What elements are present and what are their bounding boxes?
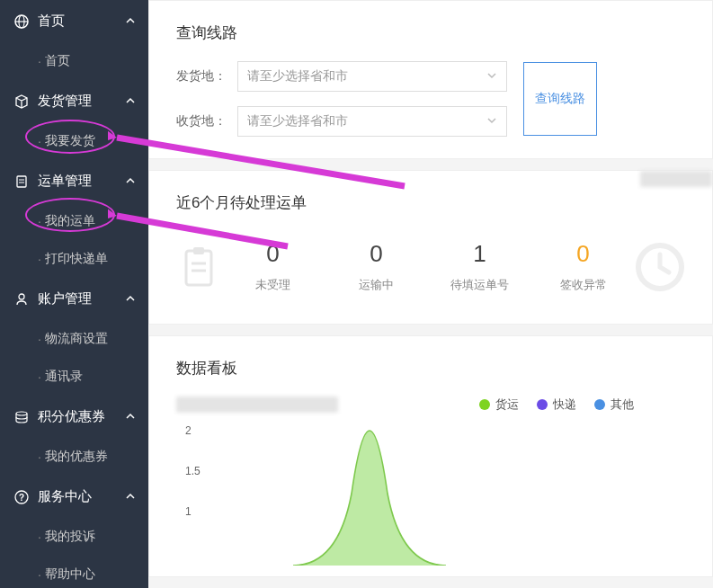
dashboard-title: 数据看板: [176, 358, 685, 379]
main-content: 查询线路 发货地： 请至少选择省和市 收货地： 请至少选择省和市: [148, 0, 713, 588]
stat-value: 0: [531, 240, 635, 268]
globe-icon: [14, 14, 29, 29]
pending-panel: 近6个月待处理运单 0 未受理 0 运输中 1 待填运单号 0 签收异常: [148, 170, 713, 325]
legend-express[interactable]: 快递: [537, 396, 576, 413]
menu-header-coupon[interactable]: 积分优惠券: [0, 396, 148, 438]
chart-body: 2 1.5 1: [212, 422, 685, 566]
legend-dot: [594, 399, 605, 410]
legend-dot: [537, 399, 548, 410]
menu-item-help-center[interactable]: 帮助中心: [0, 556, 148, 588]
chevron-up-icon: [125, 409, 136, 424]
menu-group-service: ? 服务中心 我的投诉 帮助中心: [0, 476, 148, 588]
menu-label: 账户管理: [38, 290, 92, 307]
from-select[interactable]: 请至少选择省和市: [237, 61, 507, 92]
svg-point-6: [19, 294, 24, 299]
stat-sign-exception[interactable]: 0 签收异常: [531, 240, 635, 293]
user-icon: [14, 292, 29, 307]
svg-rect-10: [186, 251, 211, 285]
menu-group-waybill: 运单管理 我的运单 打印快递单: [0, 160, 148, 278]
from-row: 发货地： 请至少选择省和市: [176, 61, 507, 92]
from-label: 发货地：: [176, 68, 237, 85]
menu-header-service[interactable]: ? 服务中心: [0, 476, 148, 518]
menu-label: 发货管理: [38, 93, 92, 110]
legend-other[interactable]: 其他: [594, 396, 634, 413]
placeholder: 请至少选择省和市: [247, 68, 348, 85]
legend-freight[interactable]: 货运: [479, 396, 519, 413]
help-icon: ?: [14, 490, 29, 504]
svg-text:?: ?: [19, 493, 24, 503]
dashboard-panel: 数据看板 货运 快递 其他 2 1.5 1: [148, 335, 713, 577]
chevron-up-icon: [125, 94, 136, 109]
svg-rect-11: [193, 247, 204, 254]
query-panel: 查询线路 发货地： 请至少选择省和市 收货地： 请至少选择省和市: [148, 0, 713, 159]
y-tick: 2: [185, 424, 192, 437]
blurred-text: [640, 171, 712, 187]
cube-icon: [14, 94, 29, 109]
svg-rect-3: [17, 176, 26, 187]
menu-item-ship-create[interactable]: 我要发货: [0, 122, 148, 160]
menu-group-shipping: 发货管理 我要发货: [0, 80, 148, 160]
menu-label: 积分优惠券: [38, 408, 105, 425]
menu-label: 首页: [38, 13, 65, 30]
menu-header-waybill[interactable]: 运单管理: [0, 160, 148, 202]
stat-value: 0: [221, 240, 325, 268]
stat-label: 运输中: [325, 277, 428, 293]
menu-item-logistics-setting[interactable]: 物流商设置: [0, 320, 148, 358]
stats-row: 0 未受理 0 运输中 1 待填运单号 0 签收异常: [176, 231, 685, 302]
chart-area: 货运 快递 其他 2 1.5 1: [176, 396, 685, 576]
chevron-up-icon: [125, 489, 136, 504]
chevron-down-icon: [486, 69, 497, 84]
menu-item-my-waybill[interactable]: 我的运单: [0, 202, 148, 240]
query-title: 查询线路: [176, 22, 685, 43]
menu-item-contacts[interactable]: 通讯录: [0, 358, 148, 396]
stat-label: 未受理: [221, 277, 325, 293]
clipboard-icon: [176, 245, 221, 290]
menu-label: 运单管理: [38, 173, 92, 190]
legend-dot: [479, 399, 490, 410]
chevron-up-icon: [125, 291, 136, 307]
to-select[interactable]: 请至少选择省和市: [237, 106, 507, 137]
menu-group-home: 首页 首页: [0, 0, 148, 80]
circle-icon: [635, 242, 685, 292]
stat-transit[interactable]: 0 运输中: [325, 240, 428, 293]
menu-header-account[interactable]: 账户管理: [0, 278, 148, 320]
menu-item-complaint[interactable]: 我的投诉: [0, 518, 148, 556]
chevron-down-icon: [486, 114, 497, 129]
query-button[interactable]: 查询线路: [523, 62, 597, 136]
menu-item-print-express[interactable]: 打印快递单: [0, 240, 148, 278]
chart-curve: [212, 422, 662, 566]
chevron-up-icon: [125, 174, 136, 189]
svg-point-7: [16, 412, 27, 415]
stat-fillnum[interactable]: 1 待填运单号: [428, 240, 531, 293]
pending-title: 近6个月待处理运单: [176, 192, 685, 213]
stat-value: 1: [428, 240, 531, 268]
sidebar: 首页 首页 发货管理 我要发货 运单管理 我的运单 打印快递单 账户管理 物流商…: [0, 0, 148, 588]
menu-header-shipping[interactable]: 发货管理: [0, 80, 148, 122]
menu-label: 服务中心: [38, 488, 92, 505]
stack-icon: [14, 410, 29, 424]
stat-label: 签收异常: [531, 277, 635, 293]
stat-label: 待填运单号: [428, 277, 531, 293]
doc-icon: [14, 174, 29, 189]
to-row: 收货地： 请至少选择省和市: [176, 106, 507, 137]
menu-item-my-coupon[interactable]: 我的优惠券: [0, 438, 148, 476]
menu-item-home[interactable]: 首页: [0, 42, 148, 80]
y-tick: 1: [185, 505, 192, 518]
menu-group-coupon: 积分优惠券 我的优惠券: [0, 396, 148, 476]
menu-group-account: 账户管理 物流商设置 通讯录: [0, 278, 148, 396]
stat-value: 0: [325, 240, 428, 268]
placeholder: 请至少选择省和市: [247, 113, 348, 129]
y-tick: 1.5: [185, 465, 201, 477]
blurred-text: [176, 396, 338, 413]
chevron-up-icon: [125, 13, 136, 29]
to-label: 收货地：: [176, 113, 237, 129]
menu-header-home[interactable]: 首页: [0, 0, 148, 42]
stat-unaccepted[interactable]: 0 未受理: [221, 240, 325, 293]
